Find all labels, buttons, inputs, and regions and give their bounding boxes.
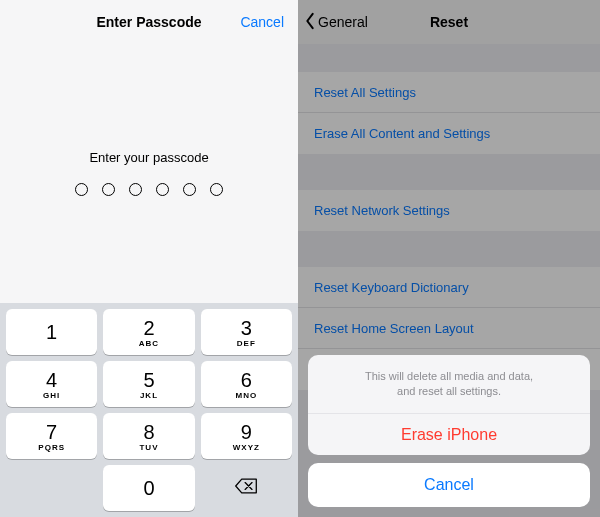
nav-title: Enter Passcode <box>96 14 201 30</box>
passcode-dots <box>0 183 298 196</box>
passcode-dot <box>75 183 88 196</box>
passcode-dot <box>156 183 169 196</box>
passcode-prompt: Enter your passcode <box>0 150 298 165</box>
reset-settings-screen: General Reset Reset All Settings Erase A… <box>298 0 600 517</box>
passcode-dot <box>102 183 115 196</box>
key-6[interactable]: 6MNO <box>201 361 292 407</box>
numeric-keypad: 1 2ABC 3DEF 4GHI 5JKL 6MNO 7PQRS 8TUV 9W… <box>0 303 298 517</box>
key-5[interactable]: 5JKL <box>103 361 194 407</box>
key-0[interactable]: 0 <box>103 465 194 511</box>
key-4[interactable]: 4GHI <box>6 361 97 407</box>
key-backspace[interactable] <box>201 465 292 511</box>
passcode-dot <box>183 183 196 196</box>
passcode-screen: Enter Passcode Cancel Enter your passcod… <box>0 0 298 517</box>
cancel-button[interactable]: Cancel <box>240 0 284 44</box>
backspace-icon <box>234 477 258 499</box>
key-9[interactable]: 9WXYZ <box>201 413 292 459</box>
key-1[interactable]: 1 <box>6 309 97 355</box>
key-2[interactable]: 2ABC <box>103 309 194 355</box>
sheet-message: This will delete all media and data, and… <box>308 355 590 413</box>
passcode-dot <box>210 183 223 196</box>
nav-bar: Enter Passcode Cancel <box>0 0 298 44</box>
key-8[interactable]: 8TUV <box>103 413 194 459</box>
passcode-dot <box>129 183 142 196</box>
key-3[interactable]: 3DEF <box>201 309 292 355</box>
action-sheet: This will delete all media and data, and… <box>308 355 590 507</box>
key-blank <box>6 465 97 511</box>
erase-iphone-button[interactable]: Erase iPhone <box>308 413 590 455</box>
sheet-cancel-button[interactable]: Cancel <box>308 463 590 507</box>
key-7[interactable]: 7PQRS <box>6 413 97 459</box>
